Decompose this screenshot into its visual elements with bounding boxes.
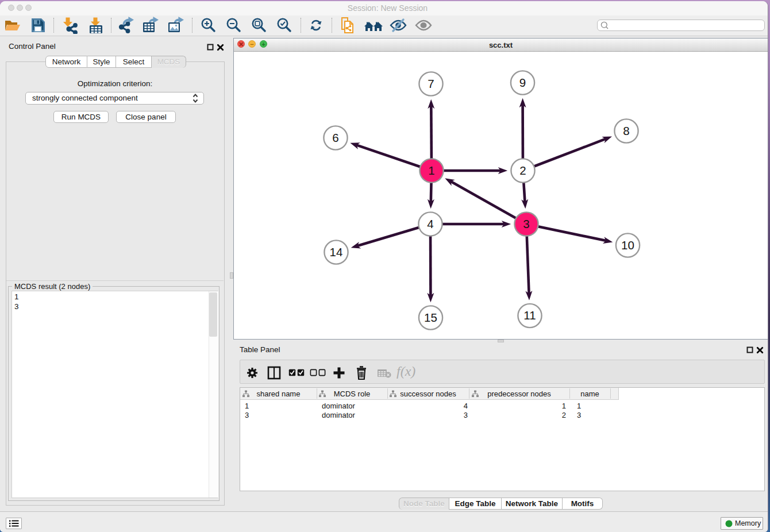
svg-text:10: 10 — [621, 238, 634, 252]
svg-text:15: 15 — [424, 311, 437, 324]
svg-text:11: 11 — [523, 309, 536, 322]
svg-text:14: 14 — [330, 245, 343, 259]
svg-text:4: 4 — [427, 217, 433, 230]
svg-text:9: 9 — [519, 76, 526, 89]
svg-text:6: 6 — [332, 131, 338, 144]
svg-text:7: 7 — [428, 77, 434, 90]
svg-text:8: 8 — [623, 124, 629, 137]
svg-text:3: 3 — [523, 217, 529, 230]
svg-text:2: 2 — [519, 164, 526, 177]
svg-text:1: 1 — [428, 164, 434, 177]
